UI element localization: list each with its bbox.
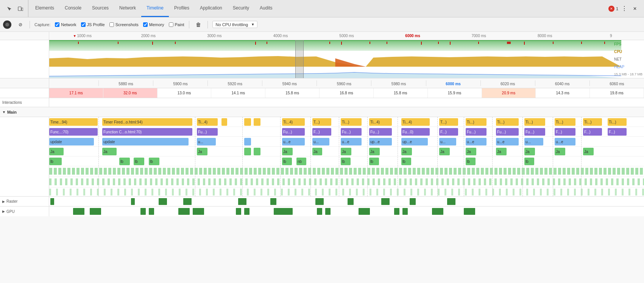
flame-lb-7[interactable]: lb [341, 158, 351, 165]
flame-timer-fired[interactable]: Timer Fired...o.html:94) [102, 118, 192, 126]
screenshots-checkbox-group[interactable]: Screenshots [109, 22, 139, 27]
clear-button[interactable]: ⊘ [16, 20, 25, 29]
flame-t-10[interactable]: T...) [439, 118, 458, 126]
flame-ti-11[interactable]: Ti...) [466, 118, 487, 126]
flame-u-13[interactable]: u... [524, 138, 543, 145]
timing-cell-1[interactable]: 32.0 ms [103, 88, 157, 98]
cursor-icon[interactable] [5, 4, 14, 13]
timing-cell-8[interactable]: 20.9 ms [482, 88, 536, 98]
tab-audits[interactable]: Audits [254, 0, 278, 17]
flame-f-15[interactable]: F...) [583, 128, 602, 136]
tab-elements[interactable]: Elements [30, 0, 59, 17]
flame-lb-4[interactable]: lb [149, 158, 159, 165]
flame-ja-9[interactable]: Ja [401, 148, 412, 155]
cpu-throttle-select[interactable]: No CPU throttling ▾ [212, 21, 258, 28]
flame-f-10[interactable]: F...) [439, 128, 458, 136]
flame-ja-8[interactable]: Ja [369, 148, 380, 155]
timing-cell-6[interactable]: 15.8 ms [374, 88, 428, 98]
flame-u-4[interactable] [244, 138, 251, 145]
flame-ti-16[interactable]: Ti...) [608, 118, 627, 126]
flame-ja-14[interactable]: Ja [555, 148, 565, 155]
flame-fu-12[interactable]: Fu...) [496, 128, 519, 136]
flame-lb-5[interactable]: lb [282, 158, 292, 165]
flame-u-10[interactable]: u... [439, 138, 456, 145]
flame-ue-7[interactable]: u...e [341, 138, 362, 145]
flame-time94-1[interactable]: Time...94) [49, 118, 98, 126]
flame-u-6[interactable]: u... [312, 138, 329, 145]
flame-lb-2[interactable]: lb [119, 158, 130, 165]
timing-cell-4[interactable]: 15.8 ms [265, 88, 320, 98]
flame-upe-9[interactable]: up...e [401, 138, 428, 145]
flame-ue-11[interactable]: u...e [466, 138, 487, 145]
timing-cell-2[interactable]: 13.0 ms [157, 88, 212, 98]
flame-ue-12[interactable]: u...e [496, 138, 519, 145]
timing-cell-9[interactable]: 14.3 ms [536, 88, 590, 98]
flame-fu-8[interactable]: Fu...) [369, 128, 392, 136]
tab-network[interactable]: Network [114, 0, 141, 17]
tab-console[interactable]: Console [59, 0, 87, 17]
raster-label[interactable]: ▶ Raster [0, 197, 49, 206]
timing-cell-7[interactable]: 15.9 ms [428, 88, 482, 98]
flame-ja-12[interactable]: Ja [496, 148, 507, 155]
flame-ja-10[interactable]: Ja [439, 148, 450, 155]
close-devtools-icon[interactable]: ✕ [630, 4, 639, 13]
flame-ti4-mini2[interactable] [254, 118, 260, 126]
flame-ti-14[interactable]: Ti...) [555, 118, 575, 126]
gpu-label[interactable]: ▶ GPU [0, 206, 49, 216]
flame-fu-3[interactable]: Fu...) [197, 128, 218, 136]
flame-ti4-small[interactable] [221, 118, 227, 126]
flame-ja-4b[interactable] [254, 148, 260, 155]
flame-ti4-3[interactable]: Ti...4) [197, 118, 218, 126]
screenshots-checkbox[interactable] [109, 22, 114, 27]
flame-nb-6[interactable]: nb [296, 158, 306, 165]
flame-ti4-8[interactable]: Ti...4) [369, 118, 392, 126]
perf-charts[interactable]: FPS CPU NET HEAP 15.3 MB - 18.7 MB [0, 40, 644, 78]
record-button[interactable] [3, 20, 11, 29]
tab-security[interactable]: Security [228, 0, 254, 17]
flame-upe-8[interactable]: up...e [369, 138, 392, 145]
flame-func70-1[interactable]: Func...:70) [49, 128, 98, 136]
flame-update-2[interactable]: update [102, 138, 189, 145]
flame-ue-14[interactable]: u...e [555, 138, 575, 145]
flame-function-call[interactable]: Function C...o.html:70) [102, 128, 192, 136]
main-section-header[interactable]: ▼ Main [0, 107, 644, 117]
trash-button[interactable]: 🗑 [194, 20, 203, 29]
flame-ja-4[interactable] [244, 148, 251, 155]
tab-sources[interactable]: Sources [87, 0, 114, 17]
flame-lb-3[interactable]: lb [134, 158, 144, 165]
flame-fu0-9[interactable]: Fu...0) [401, 128, 430, 136]
flame-fu-5[interactable]: Fu...) [282, 128, 305, 136]
timing-cell-10[interactable]: 19.8 ms [590, 88, 644, 98]
flame-ti4-mini[interactable] [244, 118, 251, 126]
flame-ja-2[interactable]: Ja [102, 148, 117, 155]
flame-ja-5[interactable]: Ja [282, 148, 293, 155]
flame-t-6[interactable]: T...) [312, 118, 331, 126]
memory-checkbox-group[interactable]: Memory [143, 22, 164, 27]
flame-lb-8[interactable]: lb [369, 158, 379, 165]
flame-fu-13[interactable]: Fu...) [524, 128, 545, 136]
flame-ti-7[interactable]: Ti...) [341, 118, 362, 126]
flame-lb-11[interactable]: lb [466, 158, 476, 165]
flame-fu-11[interactable]: Fu...) [466, 128, 487, 136]
device-mode-icon[interactable] [16, 4, 25, 13]
flame-ja-13[interactable]: Ja [524, 148, 535, 155]
paint-checkbox-group[interactable]: Paint [169, 22, 184, 27]
flame-lb-9[interactable]: lb [401, 158, 411, 165]
flame-ti4-9[interactable]: Ti...4) [401, 118, 430, 126]
timing-cell-3[interactable]: 14.1 ms [211, 88, 265, 98]
network-checkbox-group[interactable]: Network [55, 22, 76, 27]
flame-ja-1[interactable]: Ja [49, 148, 64, 155]
flame-f-16[interactable]: F...) [608, 128, 627, 136]
js-profile-checkbox-group[interactable]: JS Profile [81, 22, 105, 27]
selection-indicator[interactable] [295, 40, 304, 78]
flame-ja-11[interactable]: Ja [466, 148, 476, 155]
flame-ue-5[interactable]: u...e [282, 138, 305, 145]
flame-fu-7[interactable]: Fu...) [341, 128, 362, 136]
flame-f-6[interactable]: F...) [312, 128, 331, 136]
paint-checkbox[interactable] [169, 22, 173, 27]
flame-ja-7[interactable]: Ja [341, 148, 351, 155]
more-menu-icon[interactable]: ⋮ [620, 4, 629, 13]
tab-application[interactable]: Application [195, 0, 228, 17]
tab-profiles[interactable]: Profiles [169, 0, 195, 17]
timing-cell-0[interactable]: 17.1 ms [49, 88, 103, 98]
